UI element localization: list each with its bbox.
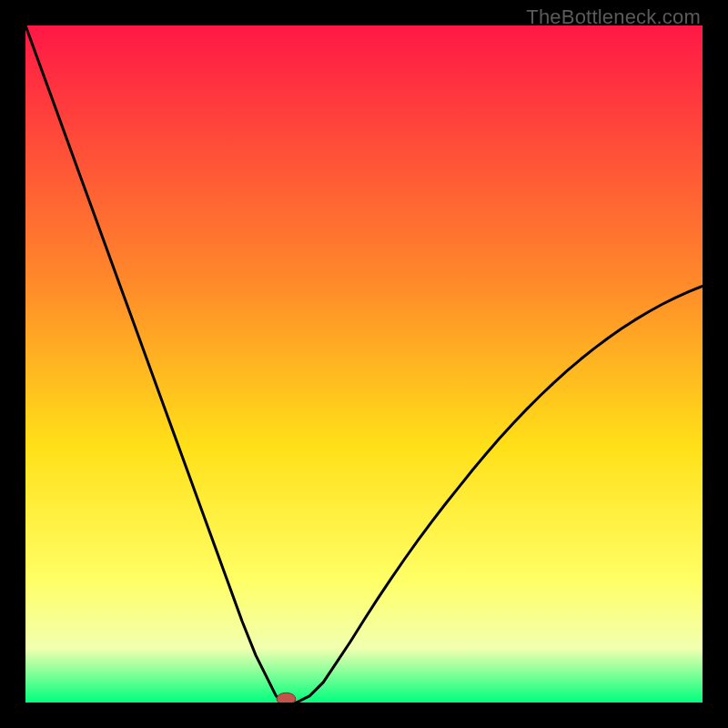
bottleneck-curve-chart xyxy=(25,25,703,703)
plot-area xyxy=(25,25,703,703)
chart-frame: TheBottleneck.com xyxy=(0,0,728,728)
optimal-marker xyxy=(277,693,296,703)
gradient-background xyxy=(25,25,703,703)
